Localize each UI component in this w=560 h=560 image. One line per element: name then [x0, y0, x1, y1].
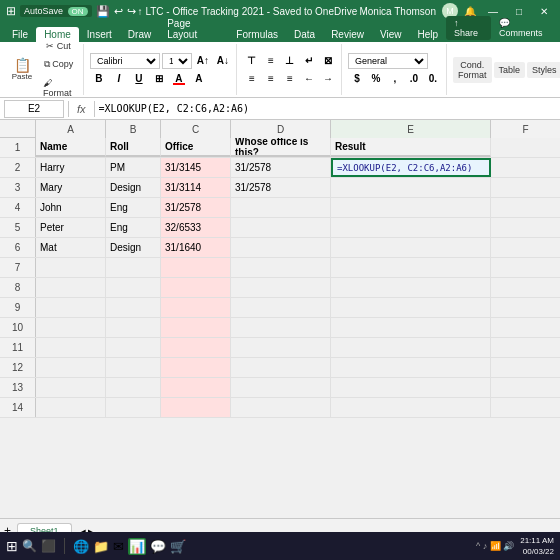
cell-f1[interactable] — [491, 138, 560, 157]
search-taskbar[interactable]: 🔍 — [22, 539, 37, 553]
conditional-format-btn[interactable]: Cond.Format — [453, 57, 492, 83]
minimize-btn[interactable]: — — [482, 6, 504, 17]
cell-c5[interactable]: 32/6533 — [161, 218, 231, 237]
cell-f3[interactable] — [491, 178, 560, 197]
cell-b3[interactable]: Design — [106, 178, 161, 197]
paste-btn[interactable]: 📋 Paste — [8, 55, 36, 84]
align-middle-btn[interactable]: ≡ — [262, 53, 280, 69]
start-btn[interactable]: ⊞ — [6, 538, 18, 554]
bell-icon[interactable]: 🔔 — [464, 6, 476, 17]
border-btn[interactable]: ⊞ — [150, 71, 168, 87]
taskview-btn[interactable]: ⬛ — [41, 539, 56, 553]
cell-styles-btn[interactable]: Styles — [527, 62, 560, 78]
cell-d6[interactable] — [231, 238, 331, 257]
autosave-toggle[interactable]: AutoSave ON — [20, 5, 92, 17]
font-name-select[interactable]: Calibri — [90, 53, 160, 69]
align-center-btn[interactable]: ≡ — [262, 71, 280, 87]
align-bottom-btn[interactable]: ⊥ — [281, 53, 299, 69]
tab-help[interactable]: Help — [409, 27, 446, 42]
cell-b4[interactable]: Eng — [106, 198, 161, 217]
cell-c4[interactable]: 31/2578 — [161, 198, 231, 217]
name-box[interactable]: E2 — [4, 100, 64, 118]
tab-page-layout[interactable]: Page Layout — [159, 16, 228, 42]
italic-btn[interactable]: I — [110, 71, 128, 87]
align-top-btn[interactable]: ⊤ — [243, 53, 261, 69]
formula-input[interactable]: =XLOOKUP(E2, C2:C6,A2:A6) — [99, 100, 556, 118]
cell-e4[interactable] — [331, 198, 491, 217]
indent-dec-btn[interactable]: ← — [300, 71, 318, 87]
row-num-11: 11 — [0, 338, 36, 357]
copy-btn[interactable]: ⧉ Copy — [38, 56, 79, 73]
cell-a1[interactable]: Name — [36, 138, 106, 157]
cell-f2[interactable] — [491, 158, 560, 177]
comma-btn[interactable]: , — [386, 71, 404, 87]
cut-btn[interactable]: ✂ Cut — [38, 42, 79, 54]
cell-f5[interactable] — [491, 218, 560, 237]
cell-d1[interactable]: Whose office is this? — [231, 138, 331, 157]
tab-insert[interactable]: Insert — [79, 27, 120, 42]
cell-e1[interactable]: Result — [331, 138, 491, 157]
col-header-b: B — [106, 120, 161, 138]
font-size-select[interactable]: 11 — [162, 53, 192, 69]
cell-d2[interactable]: 31/2578 — [231, 158, 331, 177]
tab-home[interactable]: Home — [36, 27, 79, 42]
cell-f4[interactable] — [491, 198, 560, 217]
cell-c1[interactable]: Office — [161, 138, 231, 157]
cell-b1[interactable]: Roll — [106, 138, 161, 157]
cell-d5[interactable] — [231, 218, 331, 237]
wrap-text-btn[interactable]: ↵ — [300, 53, 318, 69]
cell-c3[interactable]: 31/3114 — [161, 178, 231, 197]
cell-c6[interactable]: 31/1640 — [161, 238, 231, 257]
dec-dec-btn[interactable]: 0. — [424, 71, 442, 87]
taskbar-right: ^ ♪ 📶 🔊 21:11 AM 00/03/22 — [476, 535, 554, 557]
tab-formulas[interactable]: Formulas — [228, 27, 286, 42]
tab-file[interactable]: File — [4, 27, 36, 42]
taskbar-excel[interactable]: 📊 — [128, 538, 146, 555]
cell-b5[interactable]: Eng — [106, 218, 161, 237]
taskbar-teams[interactable]: 💬 — [150, 539, 166, 554]
cell-e2[interactable]: =XLOOKUP(E2, C2:C6,A2:A6) — [331, 158, 491, 177]
taskbar-store[interactable]: 🛒 — [170, 539, 186, 554]
merge-btn[interactable]: ⊠ — [319, 53, 337, 69]
increase-font-btn[interactable]: A↑ — [194, 53, 212, 69]
underline-btn[interactable]: U — [130, 71, 148, 87]
cell-e3[interactable] — [331, 178, 491, 197]
cell-b6[interactable]: Design — [106, 238, 161, 257]
format-painter-btn[interactable]: 🖌 Format — [38, 75, 79, 98]
cell-a3[interactable]: Mary — [36, 178, 106, 197]
cell-e5[interactable] — [331, 218, 491, 237]
tab-view[interactable]: View — [372, 27, 410, 42]
cell-a6[interactable]: Mat — [36, 238, 106, 257]
taskbar-mail[interactable]: ✉ — [113, 539, 124, 554]
format-table-btn[interactable]: Table — [494, 62, 526, 78]
taskbar-edge[interactable]: 🌐 — [73, 539, 89, 554]
taskbar-explorer[interactable]: 📁 — [93, 539, 109, 554]
tab-review[interactable]: Review — [323, 27, 372, 42]
cell-d4[interactable] — [231, 198, 331, 217]
indent-inc-btn[interactable]: → — [319, 71, 337, 87]
share-btn[interactable]: ↑ Share — [446, 16, 491, 40]
tab-draw[interactable]: Draw — [120, 27, 159, 42]
cell-a4[interactable]: John — [36, 198, 106, 217]
tab-data[interactable]: Data — [286, 27, 323, 42]
maximize-btn[interactable]: □ — [510, 6, 528, 17]
cell-b2[interactable]: PM — [106, 158, 161, 177]
cell-f6[interactable] — [491, 238, 560, 257]
cell-a2[interactable]: Harry — [36, 158, 106, 177]
decrease-font-btn[interactable]: A↓ — [214, 53, 232, 69]
cell-e6[interactable] — [331, 238, 491, 257]
cell-a5[interactable]: Peter — [36, 218, 106, 237]
close-btn[interactable]: ✕ — [534, 6, 554, 17]
currency-btn[interactable]: $ — [348, 71, 366, 87]
fill-color-btn[interactable]: A — [170, 71, 188, 87]
font-color-btn[interactable]: A — [190, 71, 208, 87]
align-left-btn[interactable]: ≡ — [243, 71, 261, 87]
percent-btn[interactable]: % — [367, 71, 385, 87]
cell-c2[interactable]: 31/3145 — [161, 158, 231, 177]
bold-btn[interactable]: B — [90, 71, 108, 87]
align-right-btn[interactable]: ≡ — [281, 71, 299, 87]
comments-btn[interactable]: 💬 Comments — [499, 18, 552, 38]
dec-inc-btn[interactable]: .0 — [405, 71, 423, 87]
number-format-select[interactable]: General — [348, 53, 428, 69]
cell-d3[interactable]: 31/2578 — [231, 178, 331, 197]
